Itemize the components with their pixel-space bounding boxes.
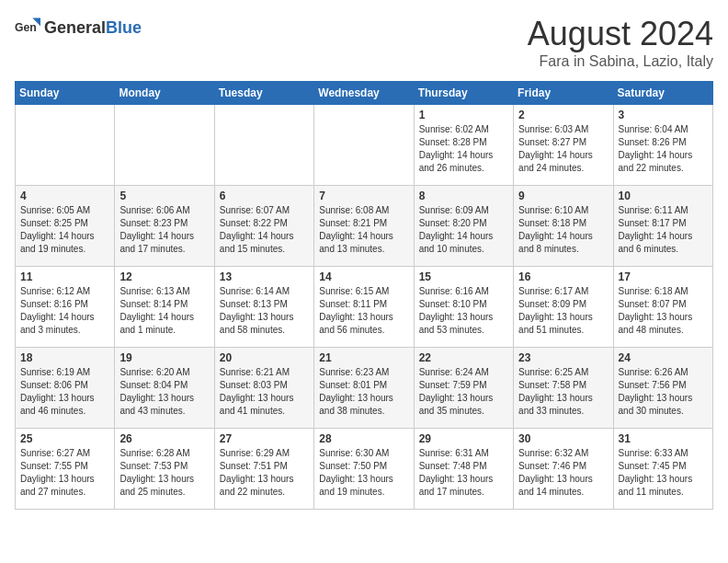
logo: Gen GeneralBlue [15,15,142,40]
day-info: Sunrise: 6:06 AMSunset: 8:23 PMDaylight:… [119,204,209,256]
logo-blue-text: Blue [106,18,142,37]
day-number: 14 [319,270,408,283]
day-number: 19 [119,351,209,364]
calendar-cell: 2 Sunrise: 6:03 AMSunset: 8:27 PMDayligh… [514,105,613,186]
day-info: Sunrise: 6:07 AMSunset: 8:22 PMDaylight:… [220,204,309,256]
logo-general-text: General [44,18,106,37]
calendar-cell: 1 Sunrise: 6:02 AMSunset: 8:28 PMDayligh… [414,105,513,186]
week-row-1: 1 Sunrise: 6:02 AMSunset: 8:28 PMDayligh… [16,105,713,186]
page-header: Gen GeneralBlue August 2024 Fara in Sabi… [15,15,713,70]
calendar-cell: 25 Sunrise: 6:27 AMSunset: 7:55 PMDaylig… [16,429,115,510]
calendar-cell: 22 Sunrise: 6:24 AMSunset: 7:59 PMDaylig… [414,348,513,429]
day-number: 9 [518,190,608,202]
day-info: Sunrise: 6:04 AMSunset: 8:26 PMDaylight:… [619,123,708,175]
day-info: Sunrise: 6:02 AMSunset: 8:28 PMDaylight:… [419,123,508,175]
day-info: Sunrise: 6:05 AMSunset: 8:25 PMDaylight:… [20,204,109,256]
day-number: 16 [518,270,608,283]
day-info: Sunrise: 6:28 AMSunset: 7:53 PMDaylight:… [119,447,209,499]
day-info: Sunrise: 6:03 AMSunset: 8:27 PMDaylight:… [518,123,608,175]
calendar-cell: 8 Sunrise: 6:09 AMSunset: 8:20 PMDayligh… [414,186,513,267]
day-number: 29 [419,432,508,445]
day-number: 30 [518,432,608,445]
day-number: 26 [119,432,209,445]
day-info: Sunrise: 6:15 AMSunset: 8:11 PMDaylight:… [319,285,408,337]
day-info: Sunrise: 6:17 AMSunset: 8:09 PMDaylight:… [518,285,608,337]
day-info: Sunrise: 6:30 AMSunset: 7:50 PMDaylight:… [319,447,408,499]
week-row-2: 4 Sunrise: 6:05 AMSunset: 8:25 PMDayligh… [16,186,713,267]
calendar-table: SundayMondayTuesdayWednesdayThursdayFrid… [15,81,713,510]
day-info: Sunrise: 6:16 AMSunset: 8:10 PMDaylight:… [419,285,508,337]
calendar-cell: 9 Sunrise: 6:10 AMSunset: 8:18 PMDayligh… [514,186,613,267]
day-number: 11 [20,270,109,283]
calendar-cell [314,105,414,186]
day-number: 1 [419,109,508,121]
calendar-cell: 24 Sunrise: 6:26 AMSunset: 7:56 PMDaylig… [613,348,712,429]
day-info: Sunrise: 6:21 AMSunset: 8:03 PMDaylight:… [220,366,309,418]
column-header-tuesday: Tuesday [214,82,313,105]
day-info: Sunrise: 6:20 AMSunset: 8:04 PMDaylight:… [119,366,209,418]
calendar-cell: 18 Sunrise: 6:19 AMSunset: 8:06 PMDaylig… [16,348,115,429]
day-number: 6 [220,190,309,202]
day-info: Sunrise: 6:12 AMSunset: 8:16 PMDaylight:… [20,285,109,337]
day-number: 7 [319,190,408,202]
day-number: 2 [518,109,608,121]
day-number: 21 [319,351,408,364]
day-number: 17 [619,270,708,283]
day-number: 3 [619,109,708,121]
calendar-cell: 30 Sunrise: 6:32 AMSunset: 7:46 PMDaylig… [514,429,613,510]
calendar-cell [115,105,214,186]
calendar-cell: 31 Sunrise: 6:33 AMSunset: 7:45 PMDaylig… [613,429,712,510]
calendar-cell [214,105,313,186]
day-number: 25 [20,432,109,445]
day-number: 8 [419,190,508,202]
calendar-cell: 28 Sunrise: 6:30 AMSunset: 7:50 PMDaylig… [314,429,414,510]
calendar-cell: 14 Sunrise: 6:15 AMSunset: 8:11 PMDaylig… [314,267,414,348]
day-info: Sunrise: 6:27 AMSunset: 7:55 PMDaylight:… [20,447,109,499]
calendar-cell: 16 Sunrise: 6:17 AMSunset: 8:09 PMDaylig… [514,267,613,348]
day-number: 31 [619,432,708,445]
day-info: Sunrise: 6:09 AMSunset: 8:20 PMDaylight:… [419,204,508,256]
calendar-cell: 23 Sunrise: 6:25 AMSunset: 7:58 PMDaylig… [514,348,613,429]
week-row-3: 11 Sunrise: 6:12 AMSunset: 8:16 PMDaylig… [16,267,713,348]
day-info: Sunrise: 6:18 AMSunset: 8:07 PMDaylight:… [619,285,708,337]
column-header-friday: Friday [514,82,613,105]
day-number: 27 [220,432,309,445]
calendar-cell: 17 Sunrise: 6:18 AMSunset: 8:07 PMDaylig… [613,267,712,348]
calendar-cell: 13 Sunrise: 6:14 AMSunset: 8:13 PMDaylig… [214,267,313,348]
calendar-cell: 5 Sunrise: 6:06 AMSunset: 8:23 PMDayligh… [115,186,214,267]
title-block: August 2024 Fara in Sabina, Lazio, Italy [528,15,713,70]
column-header-saturday: Saturday [613,82,712,105]
day-number: 5 [119,190,209,202]
day-number: 24 [619,351,708,364]
day-info: Sunrise: 6:33 AMSunset: 7:45 PMDaylight:… [619,447,708,499]
day-info: Sunrise: 6:26 AMSunset: 7:56 PMDaylight:… [619,366,708,418]
column-header-thursday: Thursday [414,82,513,105]
day-number: 10 [619,190,708,202]
day-number: 13 [220,270,309,283]
calendar-cell: 27 Sunrise: 6:29 AMSunset: 7:51 PMDaylig… [214,429,313,510]
day-info: Sunrise: 6:32 AMSunset: 7:46 PMDaylight:… [518,447,608,499]
day-info: Sunrise: 6:24 AMSunset: 7:59 PMDaylight:… [419,366,508,418]
day-number: 4 [20,190,109,202]
column-header-sunday: Sunday [16,82,115,105]
day-number: 15 [419,270,508,283]
calendar-cell: 20 Sunrise: 6:21 AMSunset: 8:03 PMDaylig… [214,348,313,429]
column-header-monday: Monday [115,82,214,105]
day-info: Sunrise: 6:08 AMSunset: 8:21 PMDaylight:… [319,204,408,256]
logo-icon: Gen [15,15,40,40]
day-number: 18 [20,351,109,364]
day-info: Sunrise: 6:10 AMSunset: 8:18 PMDaylight:… [518,204,608,256]
day-info: Sunrise: 6:11 AMSunset: 8:17 PMDaylight:… [619,204,708,256]
calendar-cell: 12 Sunrise: 6:13 AMSunset: 8:14 PMDaylig… [115,267,214,348]
month-year-title: August 2024 [528,15,713,53]
day-info: Sunrise: 6:31 AMSunset: 7:48 PMDaylight:… [419,447,508,499]
calendar-cell: 19 Sunrise: 6:20 AMSunset: 8:04 PMDaylig… [115,348,214,429]
calendar-cell: 7 Sunrise: 6:08 AMSunset: 8:21 PMDayligh… [314,186,414,267]
calendar-cell: 21 Sunrise: 6:23 AMSunset: 8:01 PMDaylig… [314,348,414,429]
day-number: 12 [119,270,209,283]
calendar-cell: 15 Sunrise: 6:16 AMSunset: 8:10 PMDaylig… [414,267,513,348]
column-header-wednesday: Wednesday [314,82,414,105]
day-number: 23 [518,351,608,364]
week-row-5: 25 Sunrise: 6:27 AMSunset: 7:55 PMDaylig… [16,429,713,510]
day-number: 20 [220,351,309,364]
